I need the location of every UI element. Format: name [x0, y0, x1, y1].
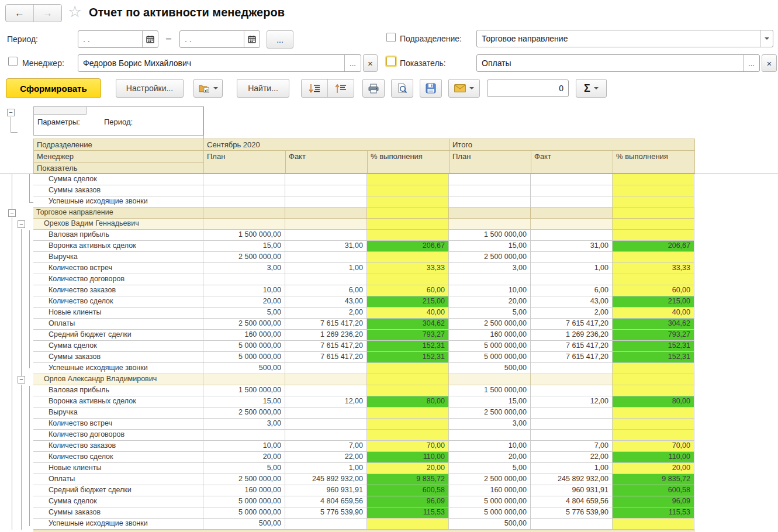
report-row: Количество договоров: [33, 274, 695, 285]
cell-total-fact: 245 892 932,00: [531, 474, 613, 485]
report-row: Оплаты2 500 000,00245 892 932,009 835,72…: [33, 474, 695, 485]
manager-select-button[interactable]: ...: [344, 55, 361, 71]
cell-total-percent: 206,67: [613, 241, 694, 252]
counter-input[interactable]: [487, 84, 568, 93]
cell-total-plan: 1 500 000,00: [449, 230, 531, 241]
report-variants-button[interactable]: [193, 79, 223, 98]
indicator-input[interactable]: [477, 55, 743, 71]
expand-groups-button[interactable]: [302, 80, 327, 97]
cell-month-fact: [285, 208, 367, 219]
cell-total-percent: [613, 363, 694, 374]
calendar-icon[interactable]: [244, 31, 260, 47]
cell-month-plan: 3,00: [203, 419, 285, 430]
back-button[interactable]: ←: [6, 5, 33, 22]
collapse-groups-button[interactable]: [327, 80, 354, 97]
print-button[interactable]: [362, 79, 385, 98]
report-row: Валовая прибыль1 500 000,001 500 000,00: [33, 230, 695, 241]
collapse-report-icon[interactable]: −: [7, 109, 15, 116]
period-to-input[interactable]: [180, 31, 244, 47]
cell-month-plan: 1 500 000,00: [203, 385, 285, 396]
cell-total-plan: 160 000,00: [449, 330, 531, 341]
indicator-clear-button[interactable]: ×: [762, 54, 777, 72]
cell-month-plan: 20,00: [203, 296, 285, 308]
row-label: Суммы заказов: [33, 352, 203, 363]
column-header-indicator: Показатель: [34, 163, 204, 174]
find-button[interactable]: Найти...: [237, 79, 289, 98]
collapse-manager-icon[interactable]: −: [18, 376, 25, 384]
indicator-select-button[interactable]: ...: [743, 55, 759, 71]
preview-button[interactable]: [391, 79, 413, 98]
cell-total-plan: 3,00: [449, 419, 531, 430]
row-label: Новые клиенты: [33, 308, 203, 319]
cell-total-percent: 110,00: [613, 452, 694, 463]
cell-month-fact: 22,00: [285, 452, 367, 463]
cell-total-percent: [613, 385, 694, 396]
chevron-down-icon: [594, 87, 599, 89]
collapse-department-icon[interactable]: −: [8, 209, 16, 217]
send-mail-button[interactable]: [448, 79, 480, 98]
cell-total-plan: 15,00: [449, 396, 531, 407]
collapse-manager-icon[interactable]: −: [18, 220, 25, 228]
cell-total-plan: [449, 430, 531, 441]
cell-month-percent: 152,31: [367, 341, 449, 352]
expand-groups-icon: [308, 84, 321, 94]
department-field[interactable]: [476, 30, 773, 47]
save-button[interactable]: [420, 79, 442, 98]
report-row: Выручка2 500 000,002 500 000,00: [33, 407, 695, 419]
group-row: Орлов Александр Владимирович: [33, 374, 695, 385]
indicator-field[interactable]: ...: [476, 54, 760, 72]
column-header-percent: % выполнения: [368, 151, 449, 174]
manager-checkbox[interactable]: [8, 57, 18, 66]
cell-month-fact: [285, 519, 367, 530]
cell-month-percent: 215,00: [367, 296, 449, 308]
generate-button[interactable]: Сформировать: [6, 78, 101, 98]
settings-button[interactable]: Настройки...: [116, 79, 184, 98]
report-row: Суммы заказов5 000 000,005 776 539,90115…: [33, 507, 695, 519]
period-to-field[interactable]: [179, 30, 260, 48]
cell-month-percent: 80,00: [367, 396, 449, 407]
cell-month-plan: 20,00: [203, 452, 285, 463]
calendar-icon[interactable]: [142, 31, 158, 47]
row-label: Количество договоров: [33, 430, 203, 441]
department-label: Подразделение:: [400, 34, 462, 43]
sum-button[interactable]: Σ: [576, 79, 607, 98]
cell-total-fact: [531, 430, 613, 441]
floppy-disk-icon: [426, 83, 436, 94]
cell-total-fact: 7 615 417,20: [531, 352, 613, 363]
report-row: Количество заказов10,006,0060,0010,006,0…: [33, 285, 695, 296]
cell-total-plan: [449, 374, 531, 385]
period-more-button[interactable]: ...: [267, 30, 293, 49]
cell-month-plan: 5 000 000,00: [203, 496, 285, 507]
close-icon: ×: [368, 58, 373, 68]
column-header-fact-total: Факт: [531, 151, 613, 174]
column-header-fact: Факт: [286, 151, 368, 174]
cell-month-fact: [285, 363, 367, 374]
department-input[interactable]: [477, 30, 760, 47]
cell-month-fact: 7 615 417,20: [285, 341, 367, 352]
period-from-input[interactable]: [78, 31, 142, 47]
cell-month-fact: [285, 374, 367, 385]
cell-total-percent: 215,00: [613, 296, 694, 308]
cell-month-percent: [367, 230, 449, 241]
indicator-checkbox[interactable]: [386, 57, 396, 66]
report-row: Новые клиенты5,002,0040,005,002,0040,00: [33, 308, 695, 319]
cell-month-percent: [367, 519, 449, 530]
row-label: Средний бюджет сделки: [33, 330, 203, 341]
manager-field[interactable]: ...: [78, 54, 361, 72]
clipped-next-row: [33, 530, 695, 532]
row-label: Количество заказов: [33, 285, 203, 296]
cell-total-fact: [531, 363, 613, 374]
manager-clear-button[interactable]: ×: [363, 54, 378, 72]
row-label: Количество встреч: [33, 419, 203, 430]
department-checkbox[interactable]: [386, 33, 396, 42]
manager-input[interactable]: [78, 55, 344, 71]
cell-month-plan: 5,00: [203, 308, 285, 319]
cell-total-fact: 7,00: [531, 441, 613, 452]
dropdown-button[interactable]: [760, 30, 773, 47]
counter-field[interactable]: [487, 80, 569, 97]
cell-month-fact: [285, 274, 367, 285]
cell-total-fact: 7 615 417,20: [531, 341, 613, 352]
favorite-star-icon[interactable]: ☆: [68, 4, 82, 20]
period-from-field[interactable]: [78, 30, 158, 48]
forward-button[interactable]: →: [33, 5, 61, 22]
